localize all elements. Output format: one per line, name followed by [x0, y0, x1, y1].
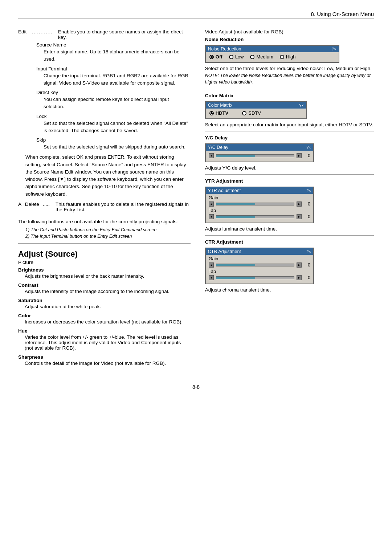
edit-label: Edit [18, 29, 32, 40]
noise-off-label: Off [216, 54, 222, 60]
ytr-tap-right-arrow[interactable]: ► [297, 214, 302, 219]
yc-delay-dialog: Y/C Delay ?× ◄ ► 0 [205, 143, 314, 162]
ytr-adjustment-section: YTR Adjustment YTR Adjustment ?× Gain ◄ … [205, 178, 374, 232]
hue-text: Varies the color level from +/- green to… [25, 334, 191, 351]
noise-low-radio[interactable] [229, 55, 233, 59]
divider-2 [205, 89, 374, 89]
divider [18, 243, 191, 244]
ytr-tap-label: Tap [209, 208, 310, 213]
noise-reduction-close[interactable]: ?× [332, 47, 336, 51]
direct-key-text: You can assign specific remote keys for … [44, 96, 191, 111]
edit-dots: ............ [32, 29, 58, 40]
ytr-adjustment-close[interactable]: ?× [306, 188, 311, 193]
noise-reduction-content: Off Low Medium [206, 52, 339, 62]
sdtv-option[interactable]: SDTV [242, 110, 261, 116]
brightness-text: Adjusts the brightness level or the back… [25, 273, 191, 279]
noise-reduction-title: Noise Reduction [208, 46, 241, 52]
noise-reduction-section: Noise Reduction Noise Reduction ?× Off [205, 37, 374, 85]
skip-label: Skip [36, 137, 191, 143]
input-terminal-label: Input Terminal [36, 66, 191, 72]
noise-high-option[interactable]: High [280, 54, 296, 60]
divider-5 [205, 235, 374, 236]
color-matrix-description: Select an appropriate color matrix for y… [205, 122, 374, 127]
noise-medium-option[interactable]: Medium [250, 54, 273, 60]
ctr-adjustment-title: CTR Adjustment [208, 249, 241, 254]
all-delete-entry: All Delete ..... This feature enables yo… [18, 201, 191, 212]
ctr-tap-label: Tap [209, 269, 310, 274]
page-number: 8-8 [18, 384, 374, 390]
ytr-adjustment-label: YTR Adjustment [205, 178, 374, 184]
ytr-gain-left-arrow[interactable]: ◄ [209, 201, 214, 207]
noise-medium-radio[interactable] [250, 55, 254, 59]
noise-off-radio[interactable] [209, 55, 214, 59]
ytr-tap-value: 0 [304, 214, 310, 219]
ctr-gain-right-arrow[interactable]: ► [297, 262, 302, 268]
hdtv-radio[interactable] [209, 111, 214, 115]
source-name-label: Source Name [36, 42, 191, 48]
noise-low-option[interactable]: Low [229, 54, 244, 60]
source-name-entry: Source Name Enter a signal name. Up to 1… [36, 42, 191, 63]
input-terminal-text: Change the input terminal. RGB1 and RGB2… [44, 72, 191, 87]
yc-delay-title: Y/C Delay [208, 145, 228, 150]
yc-delay-track [216, 154, 294, 157]
edit-entry: Edit ............ Enables you to change … [18, 29, 191, 40]
saturation-entry: Saturation Adjust saturation at the whit… [18, 298, 191, 309]
sdtv-label: SDTV [248, 110, 261, 116]
noise-reduction-label: Noise Reduction [205, 37, 374, 42]
contrast-entry: Contrast Adjusts the intensity of the im… [18, 282, 191, 294]
all-delete-text: This feature enables you to delete all t… [56, 201, 191, 212]
sdtv-radio[interactable] [242, 111, 246, 115]
hdtv-label: HDTV [216, 110, 228, 116]
ctr-adjustment-close[interactable]: ?× [306, 249, 311, 254]
ctr-adjustment-label: CTR Adjustment [205, 239, 374, 245]
noise-high-radio[interactable] [280, 55, 284, 59]
yc-delay-close[interactable]: ?× [306, 145, 311, 150]
ctr-adjustment-description: Adjusts chroma transient time. [205, 287, 374, 293]
lock-entry: Lock Set so that the selected signal can… [36, 114, 191, 135]
ytr-gain-value: 0 [304, 201, 310, 207]
ytr-adjustment-description: Adjusts luminance transient time. [205, 226, 374, 232]
ytr-adjustment-titlebar: YTR Adjustment ?× [206, 187, 313, 194]
ytr-gain-right-arrow[interactable]: ► [297, 201, 302, 207]
ctr-gain-slider-row: ◄ ► 0 [209, 262, 310, 268]
noise-reduction-radio-group: Off Low Medium [209, 54, 296, 60]
ytr-gain-label: Gain [209, 195, 310, 200]
picture-label: Picture [18, 260, 191, 265]
ctr-gain-track [216, 264, 294, 266]
brightness-label: Brightness [18, 267, 191, 273]
color-entry: Color Increases or decreases the color s… [18, 313, 191, 325]
divider-3 [205, 131, 374, 131]
noise-high-label: High [286, 54, 296, 60]
yc-delay-description: Adjusts Y/C delay level. [205, 165, 374, 171]
sharpness-text: Controls the detail of the image for Vid… [25, 360, 191, 366]
direct-key-label: Direct key [36, 90, 191, 95]
yc-delay-label: Y/C Delay [205, 135, 374, 140]
footnote-1: 1) The Cut and Paste buttons on the Entr… [25, 227, 191, 232]
yc-delay-right-arrow[interactable]: ► [297, 153, 302, 158]
ctr-tap-left-arrow[interactable]: ◄ [209, 275, 214, 280]
hue-entry: Hue Varies the color level from +/- gree… [18, 328, 191, 351]
hdtv-option[interactable]: HDTV [209, 110, 228, 116]
all-delete-label: All Delete [18, 201, 43, 212]
adjust-source-title-text: Adjust (Source) [18, 249, 78, 258]
ctr-tap-right-arrow[interactable]: ► [297, 275, 302, 280]
ctr-adjustment-dialog: CTR Adjustment ?× Gain ◄ ► 0 Tap ◄ [205, 248, 314, 284]
ytr-adjustment-dialog: YTR Adjustment ?× Gain ◄ ► 0 Tap ◄ [205, 187, 314, 223]
right-column: Video Adjust (not available for RGB) Noi… [201, 29, 374, 370]
noise-medium-label: Medium [256, 54, 273, 60]
noise-reduction-note: NOTE: The lower the Noise Reduction leve… [205, 73, 374, 85]
noise-reduction-description: Select one of the three levels for reduc… [205, 66, 374, 71]
color-matrix-close[interactable]: ?× [299, 103, 304, 107]
ctr-gain-left-arrow[interactable]: ◄ [209, 262, 214, 268]
saturation-label: Saturation [18, 298, 191, 303]
ok-instructions: When complete, select OK and press ENTER… [25, 154, 191, 198]
adjust-source-title: Adjust (Source) [18, 249, 191, 259]
ctr-gain-value: 0 [304, 262, 310, 268]
ytr-tap-track [216, 215, 294, 218]
ytr-tap-left-arrow[interactable]: ◄ [209, 214, 214, 219]
noise-off-option[interactable]: Off [209, 54, 222, 60]
sharpness-label: Sharpness [18, 354, 191, 360]
page-header: 8. Using On-Screen Menu [18, 11, 374, 19]
yc-delay-left-arrow[interactable]: ◄ [209, 153, 214, 158]
contrast-label: Contrast [18, 282, 191, 288]
